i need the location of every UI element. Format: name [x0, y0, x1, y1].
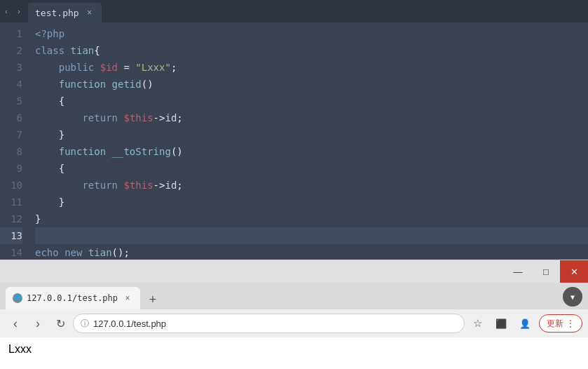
code-line: function __toString() — [35, 143, 588, 160]
code-token: "Lxxx" — [135, 62, 171, 73]
code-line: echo new tian(); — [35, 244, 588, 260]
browser-tab-bar: 🌐 127.0.0.1/test.php × + ▼ — [0, 283, 588, 309]
code-token: $this — [123, 180, 153, 191]
dropdown-arrow-icon: ▼ — [570, 293, 575, 301]
line-number: 1 — [0, 25, 22, 42]
browser-tab-title: 127.0.0.1/test.php — [27, 293, 118, 303]
editor-tab-testphp[interactable]: test.php × — [28, 3, 102, 22]
editor-tab-close-button[interactable]: × — [85, 8, 95, 18]
line-number: 5 — [0, 93, 22, 109]
code-token: () — [171, 146, 183, 157]
line-number: 14 — [0, 244, 22, 260]
code-line: { — [35, 160, 588, 177]
code-token: <?php — [35, 28, 64, 39]
code-content[interactable]: <?phpclass tian{ public $id = "Lxxx"; fu… — [29, 22, 588, 260]
browser-titlebar: — □ ✕ — [0, 260, 588, 283]
code-token: tian — [71, 45, 95, 56]
update-button[interactable]: 更新 ⋮ — [539, 314, 582, 333]
browser-tab-favicon: 🌐 — [13, 293, 22, 303]
code-token: tian — [88, 247, 112, 258]
editor-tab-bar: ‹ › test.php × — [0, 0, 588, 22]
code-token: getid — [112, 79, 142, 90]
window-maximize-button[interactable]: □ — [532, 260, 560, 283]
browser-tab-close-button[interactable]: × — [122, 293, 133, 304]
code-token: function — [59, 79, 112, 90]
window-minimize-button[interactable]: — — [504, 260, 532, 283]
code-token: id — [165, 112, 177, 123]
line-number: 10 — [0, 177, 22, 194]
code-token: public — [35, 62, 100, 73]
code-token: = — [118, 62, 135, 73]
code-token: } — [35, 196, 64, 208]
tab-dropdown-button[interactable]: ▼ — [563, 287, 582, 307]
menu-icon: ⋮ — [566, 318, 575, 328]
code-area: 1234567891011121314 <?phpclass tian{ pub… — [0, 22, 588, 260]
line-numbers: 1234567891011121314 — [0, 22, 29, 260]
window-controls: — □ ✕ — [504, 260, 588, 283]
forward-button[interactable]: › — [28, 314, 48, 333]
code-token: ; — [177, 180, 182, 191]
window-close-button[interactable]: ✕ — [560, 260, 588, 283]
code-token — [35, 146, 59, 157]
code-token: -> — [153, 112, 165, 123]
code-token — [35, 180, 82, 191]
code-token: echo — [35, 247, 64, 258]
address-bar-row: ‹ › ↻ ⓘ 127.0.0.1/test.php ☆ ⬛ 👤 更新 ⋮ — [0, 309, 588, 337]
code-line — [35, 227, 588, 244]
editor-tab-label: test.php — [35, 8, 79, 18]
editor: ‹ › test.php × 1234567891011121314 <?php… — [0, 0, 588, 260]
code-token: { — [94, 45, 100, 56]
code-token: } — [35, 213, 41, 224]
code-line: class tian{ — [35, 42, 588, 59]
code-token: } — [35, 129, 64, 140]
line-number: 11 — [0, 194, 22, 210]
account-button[interactable]: 👤 — [515, 314, 535, 333]
new-tab-button[interactable]: + — [143, 290, 163, 309]
line-number: 4 — [0, 76, 22, 93]
code-token: { — [35, 95, 64, 107]
address-bar-right: ☆ ⬛ 👤 更新 ⋮ — [467, 314, 582, 333]
code-token: class — [35, 45, 71, 56]
update-label: 更新 — [547, 318, 563, 330]
tab-next-button[interactable]: › — [13, 0, 25, 22]
line-number: 2 — [0, 42, 22, 59]
code-line: } — [35, 210, 588, 227]
code-line: function getid() — [35, 76, 588, 93]
code-line: public $id = "Lxxx"; — [35, 59, 588, 76]
code-token — [35, 79, 59, 90]
line-number: 7 — [0, 126, 22, 143]
line-number: 3 — [0, 59, 22, 76]
code-token: function — [59, 146, 112, 157]
line-number: 9 — [0, 160, 22, 177]
code-token: return — [82, 112, 123, 123]
code-line: } — [35, 126, 588, 143]
address-lock-icon: ⓘ — [81, 318, 89, 330]
extensions-button[interactable]: ⬛ — [491, 314, 511, 333]
browser-page-content: Lxxx — [0, 337, 588, 369]
back-button[interactable]: ‹ — [6, 314, 25, 333]
code-token: new — [64, 247, 88, 258]
browser-tab-active[interactable]: 🌐 127.0.0.1/test.php × — [6, 287, 140, 309]
line-number: 8 — [0, 143, 22, 160]
browser-window: — □ ✕ 🌐 127.0.0.1/test.php × + ▼ ‹ › ↻ ⓘ… — [0, 260, 588, 369]
bookmark-button[interactable]: ☆ — [467, 314, 487, 333]
code-token: ; — [171, 62, 177, 73]
address-text: 127.0.0.1/test.php — [93, 318, 166, 329]
code-token — [35, 112, 82, 123]
reload-button[interactable]: ↻ — [50, 314, 70, 333]
line-number: 6 — [0, 109, 22, 126]
code-line: <?php — [35, 25, 588, 42]
tab-nav-buttons: ‹ › — [0, 0, 25, 22]
tab-prev-button[interactable]: ‹ — [0, 0, 13, 22]
line-number: 12 — [0, 210, 22, 227]
code-line: return $this->id; — [35, 177, 588, 194]
code-line: } — [35, 194, 588, 210]
code-line: return $this->id; — [35, 109, 588, 126]
code-line: { — [35, 93, 588, 109]
code-token: (); — [112, 247, 130, 258]
code-token: -> — [153, 180, 165, 191]
code-token: __toString — [112, 146, 171, 157]
code-token: $this — [123, 112, 153, 123]
address-bar[interactable]: ⓘ 127.0.0.1/test.php — [73, 314, 465, 333]
favicon-icon: 🌐 — [14, 295, 22, 302]
